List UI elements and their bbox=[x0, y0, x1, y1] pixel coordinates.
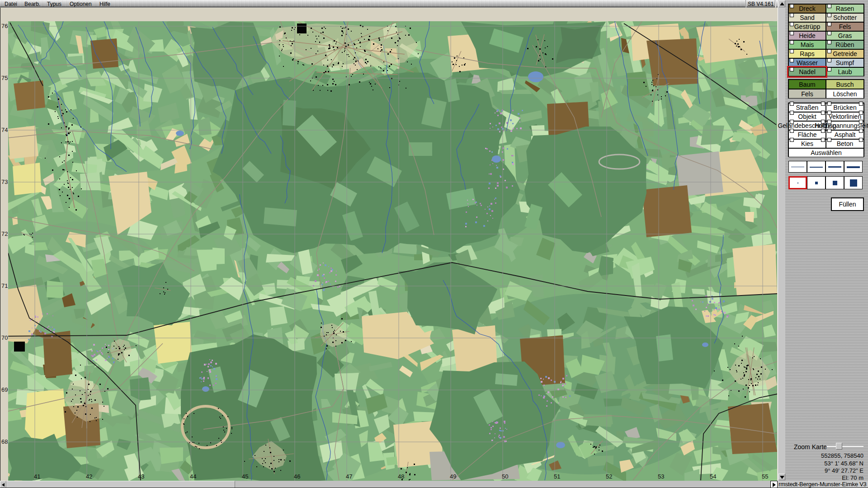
svg-text:54: 54 bbox=[710, 473, 716, 480]
svg-text:43: 43 bbox=[138, 473, 144, 480]
svg-text:41: 41 bbox=[34, 473, 40, 480]
svg-text:42: 42 bbox=[86, 473, 92, 480]
svg-text:46: 46 bbox=[294, 473, 300, 480]
svg-text:51: 51 bbox=[554, 473, 560, 480]
svg-text:55: 55 bbox=[762, 473, 768, 480]
svg-text:45: 45 bbox=[242, 473, 248, 480]
svg-text:53: 53 bbox=[658, 473, 664, 480]
svg-text:52: 52 bbox=[606, 473, 612, 480]
svg-text:44: 44 bbox=[190, 473, 196, 480]
svg-text:49: 49 bbox=[450, 473, 456, 480]
svg-text:48: 48 bbox=[398, 473, 404, 480]
svg-text:47: 47 bbox=[346, 473, 352, 480]
svg-text:50: 50 bbox=[502, 473, 508, 480]
